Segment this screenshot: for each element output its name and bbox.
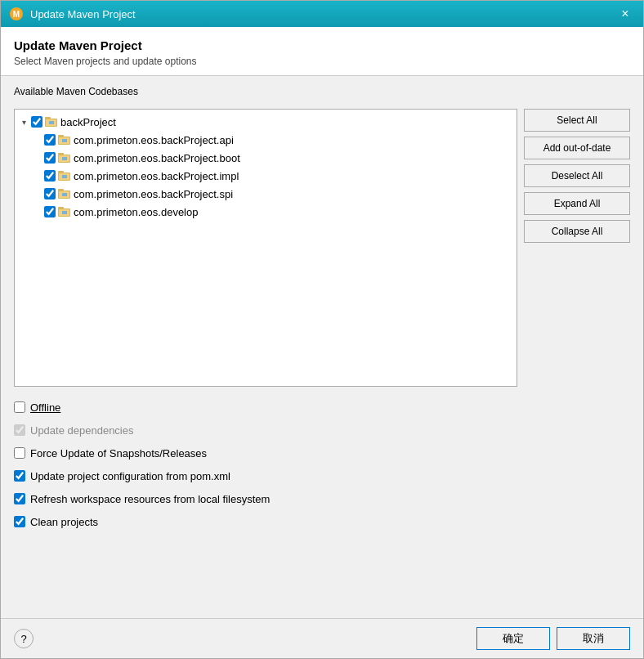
folder-icon-0 (58, 134, 71, 146)
select-all-button[interactable]: Select All (524, 109, 630, 132)
tree-child-item-0[interactable]: com.primeton.eos.backProject.api (15, 131, 517, 149)
option-update-deps: Update dependencies (14, 421, 630, 439)
child-checkbox-2[interactable] (44, 170, 56, 182)
codebase-section: ▾ backProject (14, 109, 630, 387)
option-clean-projects: Clean projects (14, 513, 630, 531)
folder-icon-2 (58, 170, 71, 182)
refresh-workspace-checkbox[interactable] (14, 493, 25, 504)
offline-label: Offline (30, 401, 60, 414)
maven-logo-icon: M (9, 7, 24, 21)
option-update-config: Update project configuration from pom.xm… (14, 467, 630, 485)
update-deps-label: Update dependencies (30, 424, 134, 437)
folder-icon-4 (58, 206, 71, 217)
dialog-subtitle: Select Maven projects and update options (14, 56, 630, 67)
update-deps-checkbox[interactable] (14, 424, 25, 436)
child-item-label-4: com.primeton.eos.develop (74, 206, 198, 218)
dialog-title: Update Maven Project (30, 8, 136, 20)
clean-projects-label: Clean projects (30, 516, 98, 528)
svg-rect-25 (62, 211, 67, 214)
svg-rect-5 (49, 121, 54, 124)
dialog-heading: Update Maven Project (14, 38, 630, 52)
tree-child-item-1[interactable]: com.primeton.eos.backProject.boot (15, 149, 517, 167)
svg-rect-9 (62, 139, 67, 142)
svg-rect-3 (45, 117, 51, 119)
option-offline: Offline (14, 398, 630, 416)
refresh-workspace-label: Refresh workspace resources from local f… (30, 493, 270, 505)
folder-icon (45, 116, 58, 128)
child-checkbox-1[interactable] (44, 152, 56, 164)
update-maven-dialog: M Update Maven Project × Update Maven Pr… (0, 0, 644, 659)
svg-rect-23 (58, 207, 64, 209)
deselect-all-button[interactable]: Deselect All (524, 164, 630, 187)
tree-child-item-3[interactable]: com.primeton.eos.backProject.spi (15, 185, 517, 203)
option-force-update: Force Update of Snapshots/Releases (14, 444, 630, 462)
force-update-label: Force Update of Snapshots/Releases (30, 447, 207, 460)
child-item-label-0: com.primeton.eos.backProject.api (74, 134, 234, 146)
update-config-checkbox[interactable] (14, 470, 25, 482)
options-section: Offline Update dependencies Force Update… (14, 398, 630, 531)
folder-icon-3 (58, 188, 71, 199)
dialog-footer: ? 确定 取消 (1, 618, 643, 658)
svg-rect-19 (58, 189, 64, 191)
root-checkbox[interactable] (31, 116, 42, 128)
help-button[interactable]: ? (14, 629, 34, 648)
tree-child-item-4[interactable]: com.primeton.eos.develop (15, 203, 517, 221)
offline-checkbox[interactable] (14, 401, 25, 413)
child-checkbox-3[interactable] (44, 188, 56, 199)
side-buttons-panel: Select All Add out-of-date Deselect All … (524, 109, 630, 387)
child-checkbox-0[interactable] (44, 134, 56, 146)
child-checkbox-4[interactable] (44, 206, 56, 217)
child-item-label-1: com.primeton.eos.backProject.boot (74, 152, 240, 164)
option-refresh-workspace: Refresh workspace resources from local f… (14, 490, 630, 508)
collapse-all-button[interactable]: Collapse All (524, 220, 630, 243)
child-item-label-3: com.primeton.eos.backProject.spi (74, 188, 233, 200)
close-button[interactable]: × (615, 4, 635, 24)
title-bar: M Update Maven Project × (1, 1, 643, 27)
root-item-label: backProject (60, 116, 116, 128)
folder-icon-1 (58, 152, 71, 164)
update-config-label: Update project configuration from pom.xm… (30, 470, 230, 482)
add-out-of-date-button[interactable]: Add out-of-date (524, 137, 630, 159)
tree-child-item-2[interactable]: com.primeton.eos.backProject.impl (15, 167, 517, 185)
force-update-checkbox[interactable] (14, 447, 25, 459)
svg-text:M: M (13, 10, 20, 19)
svg-rect-13 (62, 157, 67, 160)
expand-all-button[interactable]: Expand All (524, 192, 630, 215)
cancel-button[interactable]: 取消 (557, 627, 630, 650)
tree-container[interactable]: ▾ backProject (14, 109, 517, 387)
dialog-body: Available Maven Codebases ▾ (1, 76, 643, 618)
svg-rect-7 (58, 135, 64, 137)
child-item-label-2: com.primeton.eos.backProject.impl (74, 170, 239, 182)
svg-rect-11 (58, 153, 64, 155)
chevron-down-icon: ▾ (18, 116, 29, 128)
clean-projects-checkbox[interactable] (14, 516, 25, 527)
svg-rect-21 (62, 193, 67, 196)
confirm-button[interactable]: 确定 (476, 627, 550, 650)
tree-root-item[interactable]: ▾ backProject (15, 113, 517, 131)
codebase-section-label: Available Maven Codebases (14, 86, 630, 97)
svg-rect-15 (58, 171, 64, 173)
svg-rect-17 (62, 175, 67, 178)
dialog-header: Update Maven Project Select Maven projec… (1, 27, 643, 76)
